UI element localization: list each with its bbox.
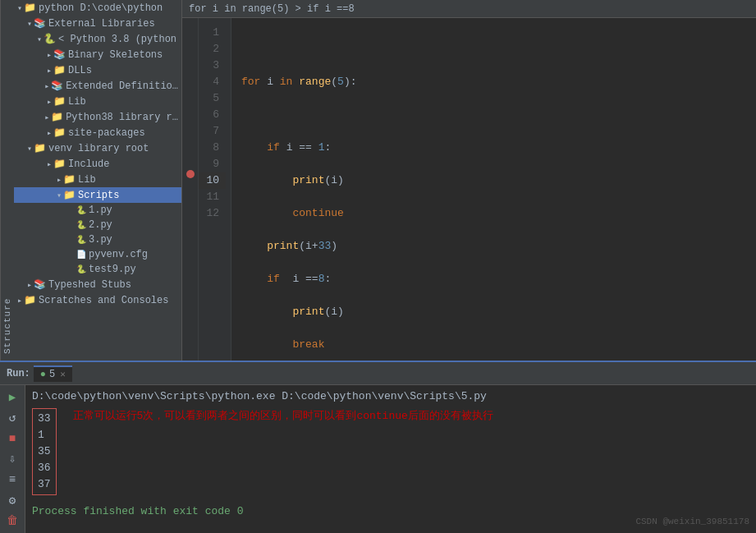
arrow-scratches (17, 296, 22, 306)
folder-icon-venv-lib: 📁 (63, 173, 76, 186)
run-tab-5[interactable]: ● 5 ✕ (34, 365, 72, 382)
run-dot-icon: ● (40, 369, 46, 380)
lib-icon-python38: 🐍 (44, 33, 56, 45)
code-line-6: continue (241, 205, 746, 222)
sidebar-item-external-libs[interactable]: 📚 External Libraries (14, 16, 181, 31)
arrow-1py (66, 206, 75, 215)
arrow-2py (66, 221, 75, 230)
gutter-9 (182, 149, 198, 166)
run-output: D:\code\python\venv\Scripts\python.exe D… (25, 385, 756, 533)
gutter-8 (182, 133, 198, 149)
run-header: Run: ● 5 ✕ (0, 362, 756, 385)
arrow-include (47, 159, 52, 169)
run-panel: Run: ● 5 ✕ ▶ ↺ ■ ⇩ ≡ ⚙ 🗑 D:\code\python\… (0, 361, 756, 533)
run-settings-button[interactable]: ⚙ (3, 492, 21, 509)
run-delete-button[interactable]: 🗑 (3, 512, 21, 530)
arrow-site-packages (47, 128, 52, 138)
gutter-11 (182, 182, 198, 199)
folder-icon-venv: 📁 (34, 142, 46, 154)
ln-10: 10 (199, 172, 226, 189)
sidebar-item-venv-lib[interactable]: 📁 Lib (14, 172, 181, 187)
sidebar-item-venv[interactable]: 📁 venv library root (14, 140, 181, 156)
sidebar-item-extended-def[interactable]: 📚 Extended Definitio… (14, 78, 181, 94)
arrow-extended (44, 81, 49, 91)
run-wrap-button[interactable]: ≡ (3, 471, 21, 489)
sidebar-item-site-packages[interactable]: 📁 site-packages (14, 125, 181, 140)
ln-2: 2 (199, 41, 226, 57)
editor-area: for i in range(5) > if i ==8 1 (182, 0, 756, 361)
file-icon-pyvenv: 📄 (76, 250, 86, 260)
ln-11: 11 (199, 189, 226, 205)
sidebar-item-2py[interactable]: 🐍 2.py (14, 218, 181, 232)
sidebar-item-python38lib[interactable]: 📁 Python38 library r… (14, 109, 181, 125)
arrow-lib (47, 97, 52, 107)
sidebar-item-python-root[interactable]: 📁 python D:\code\python (14, 0, 181, 16)
arrow-scripts (57, 191, 62, 200)
folder-icon-scratches: 📁 (24, 294, 36, 306)
file-icon-test9py: 🐍 (76, 264, 86, 274)
sidebar-label-lib: Lib (68, 96, 86, 108)
run-body: ▶ ↺ ■ ⇩ ≡ ⚙ 🗑 D:\code\python\venv\Script… (0, 385, 756, 533)
sidebar-label-venv: venv library root (48, 143, 149, 154)
sidebar-label-typeshed: Typeshed Stubs (48, 279, 131, 291)
arrow-external-libs (27, 19, 32, 29)
structure-tab[interactable]: Structure (0, 0, 14, 361)
sidebar-label-scratches: Scratches and Consoles (39, 295, 168, 306)
gutter-6 (182, 100, 198, 117)
file-icon-2py: 🐍 (76, 220, 86, 230)
sidebar-item-scratches[interactable]: 📁 Scratches and Consoles (14, 292, 181, 308)
breakpoint-gutter (182, 18, 199, 361)
sidebar-label-pyvenv: pyvenv.cfg (89, 249, 148, 260)
gutter-2 (182, 34, 198, 51)
code-line-10: break (241, 337, 746, 353)
gutter-3 (182, 51, 198, 67)
sidebar-label-external-libs: External Libraries (48, 18, 155, 30)
sidebar-item-include[interactable]: 📁 Include (14, 156, 181, 172)
ln-8: 8 (199, 140, 226, 156)
sidebar-item-typeshed[interactable]: 📚 Typeshed Stubs (14, 277, 181, 292)
ln-3: 3 (199, 57, 226, 74)
arrow-test9py (66, 265, 75, 274)
sidebar-item-test9py[interactable]: 🐍 test9.py (14, 262, 181, 277)
sidebar-label-binary-skeletons: Binary Skeletons (68, 49, 163, 61)
run-tab-close[interactable]: ✕ (60, 369, 66, 379)
ln-12: 12 (199, 205, 226, 222)
run-scroll-button[interactable]: ⇩ (3, 450, 21, 467)
sidebar-item-binary-skeletons[interactable]: 📚 Binary Skeletons (14, 47, 181, 62)
folder-icon-scripts: 📁 (63, 189, 76, 201)
gutter-5 (182, 84, 198, 100)
sidebar-label-python-root: python D:\code\python (39, 2, 163, 14)
run-rerun-button[interactable]: ↺ (3, 409, 21, 426)
sidebar-item-scripts[interactable]: 📁 Scripts (14, 187, 181, 203)
sidebar-item-3py[interactable]: 🐍 3.py (14, 232, 181, 247)
run-play-button[interactable]: ▶ (3, 388, 21, 406)
run-label: Run: (7, 368, 30, 379)
file-icon-3py: 🐍 (76, 235, 86, 245)
folder-icon-site-packages: 📁 (53, 126, 66, 139)
sidebar-label-1py: 1.py (89, 204, 112, 216)
sidebar-item-python38[interactable]: 🐍 < Python 3.8 (python (14, 31, 181, 47)
lib-icon-binary: 📚 (53, 48, 66, 61)
code-line-1 (241, 41, 746, 57)
sidebar-item-pyvenv[interactable]: 📄 pyvenv.cfg (14, 247, 181, 262)
sidebar-item-lib[interactable]: 📁 Lib (14, 94, 181, 109)
file-tree-sidebar: 📁 python D:\code\python 📚 External Libra… (14, 0, 182, 361)
run-stop-button[interactable]: ■ (3, 430, 21, 447)
arrow-dlls (47, 66, 52, 76)
arrow-python-root (17, 3, 22, 13)
arrow-3py (66, 236, 75, 245)
sidebar-label-dlls: DLLs (68, 65, 92, 76)
breadcrumb-bar: for i in range(5) > if i ==8 (182, 0, 756, 18)
sidebar-label-extended: Extended Definitio… (66, 80, 178, 92)
sidebar-label-python38lib: Python38 library r… (66, 112, 178, 123)
code-content[interactable]: for i in range(5): if i == 1: print(i) c… (231, 18, 756, 361)
sidebar-item-dlls[interactable]: 📁 DLLs (14, 62, 181, 78)
sidebar-item-1py[interactable]: 🐍 1.py (14, 203, 181, 218)
gutter-1 (182, 18, 198, 34)
code-editor[interactable]: 1 2 3 4 5 6 7 8 9 10 11 12 for i in rang… (182, 18, 756, 361)
sidebar-label-test9py: test9.py (89, 264, 136, 275)
ln-1: 1 (199, 25, 226, 41)
lib-icon-extended: 📚 (51, 80, 63, 92)
file-icon-1py: 🐍 (76, 205, 86, 215)
ln-7: 7 (199, 123, 226, 140)
